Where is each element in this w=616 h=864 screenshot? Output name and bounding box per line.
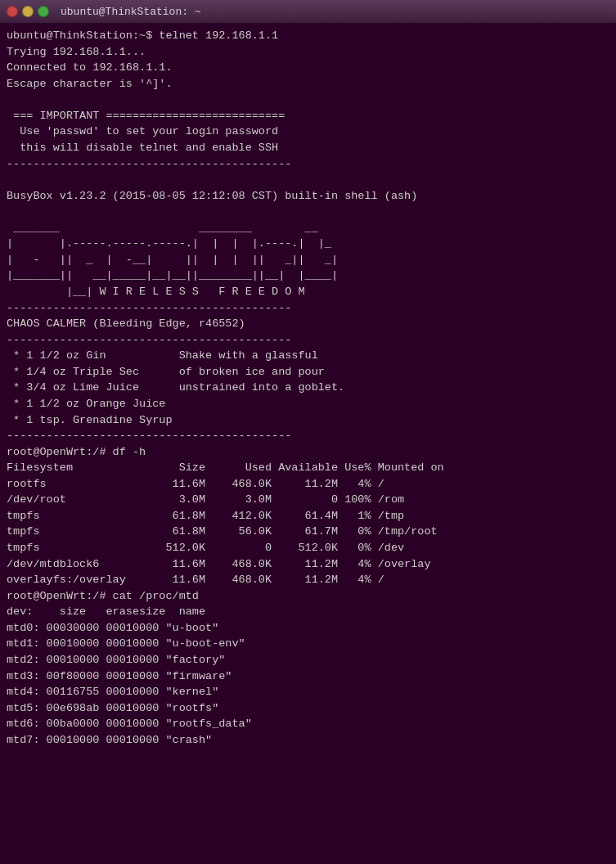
minimize-button[interactable] (22, 6, 34, 17)
window-controls[interactable] (7, 6, 49, 17)
title-bar: ubuntu@ThinkStation: ~ (0, 0, 616, 23)
maximize-button[interactable] (38, 6, 49, 17)
terminal-body[interactable]: ubuntu@ThinkStation:~$ telnet 192.168.1.… (0, 23, 616, 864)
terminal-window: ubuntu@ThinkStation: ~ ubuntu@ThinkStati… (0, 0, 616, 864)
close-button[interactable] (7, 6, 18, 17)
window-title: ubuntu@ThinkStation: ~ (61, 6, 201, 18)
